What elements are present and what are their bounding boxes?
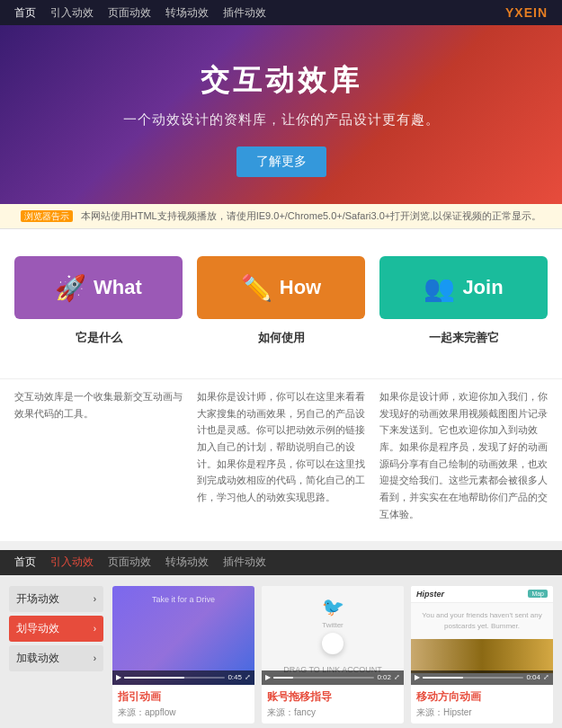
nav-intro[interactable]: 引入动效	[50, 5, 94, 21]
nav-home[interactable]: 首页	[14, 5, 36, 21]
feature-join-icon-box: 👥 Join	[379, 256, 548, 319]
hipster-logo: Hipster	[416, 590, 444, 599]
hipster-body: You and your friends haven't sent any po…	[411, 603, 553, 639]
expand-icon[interactable]: ⤢	[245, 673, 251, 681]
hero-subtitle: 一个动效设计的资料库，让你的产品设计更有趣。	[18, 111, 544, 129]
nav-plugin[interactable]: 插件动效	[223, 5, 266, 21]
section-nav: 首页 引入动效 页面动效 转场动效 插件动效	[0, 550, 562, 575]
edit-icon: ✏️	[241, 273, 272, 303]
feature-what-desc: 交互动效库是一个收集最新交互动画与效果代码的工具。	[14, 388, 183, 422]
feature-how-icon-box: ✏️ How	[197, 256, 365, 319]
nav2-home[interactable]: 首页	[14, 555, 36, 570]
twitter-bird-icon: 🐦	[322, 596, 344, 617]
feature-what-title: 它是什么	[14, 330, 183, 346]
feature-what-label: What	[94, 276, 142, 299]
feature-what-text: 交互动效库是一个收集最新交互动画与效果代码的工具。	[14, 388, 183, 523]
gallery-section: 开场动效 › 划导动效 › 加载动效 › Take it for a Drive…	[0, 575, 562, 729]
feature-join: 👥 Join 一起来完善它	[379, 256, 548, 351]
hero-title: 交互动效库	[18, 61, 544, 101]
arrow-icon: ›	[94, 653, 96, 663]
twitter-text: Twitter	[322, 621, 343, 629]
nav2-trans[interactable]: 转场动效	[165, 555, 209, 570]
site-logo: YXEIN	[505, 5, 548, 20]
notice-bar: 浏览器告示 本网站使用HTML支持视频播放，请使用IE9.0+/Chrome5.…	[0, 204, 562, 229]
card-appflow: Take it for a Drive ▶ 0:45 ⤢ 指引动画 来源：app…	[112, 586, 254, 724]
feature-how: ✏️ How 如何使用	[197, 256, 365, 351]
sidebar-swipe-btn[interactable]: 划导动效 ›	[9, 616, 103, 642]
feature-how-desc: 如果你是设计师，你可以在这里来看看大家搜集的动画效果，另自己的产品设计也是灵感。…	[197, 388, 365, 506]
card-appflow-source: 来源：appflow	[118, 706, 249, 719]
features-text: 交互动效库是一个收集最新交互动画与效果代码的工具。 如果你是设计师，你可以在这里…	[0, 378, 562, 541]
nav-trans[interactable]: 转场动效	[165, 5, 209, 21]
card-hipster-source: 来源：Hipster	[416, 706, 548, 719]
features-section: 🚀 What 它是什么 ✏️ How 如何使用 👥 Join 一起来完善它	[0, 229, 562, 378]
feature-join-desc: 如果你是设计师，欢迎你加入我们，你发现好的动画效果用视频截图图片记录下来发送到。…	[379, 388, 548, 523]
time-label: 0:45	[227, 673, 242, 681]
card-fancy-source: 来源：fancy	[267, 706, 398, 719]
expand-icon[interactable]: ⤢	[543, 673, 549, 681]
card-fancy: 🐦 Twitter DRAG TO LINK ACCOUNT ▶ 0:02 ⤢ …	[262, 586, 404, 724]
card-hipster-title: 移动方向动画	[416, 689, 548, 705]
feature-what-icon-box: 🚀 What	[14, 256, 183, 319]
nav2-intro[interactable]: 引入动效	[50, 555, 94, 570]
play-icon[interactable]: ▶	[265, 673, 271, 681]
time-label: 0:02	[377, 673, 391, 681]
feature-how-text: 如果你是设计师，你可以在这里来看看大家搜集的动画效果，另自己的产品设计也是灵感。…	[197, 388, 365, 523]
card-fancy-title: 账号拖移指导	[267, 689, 398, 705]
cards-grid: Take it for a Drive ▶ 0:45 ⤢ 指引动画 来源：app…	[112, 586, 553, 729]
hero-section: 交互动效库 一个动效设计的资料库，让你的产品设计更有趣。 了解更多	[0, 25, 562, 204]
card-fancy-thumb: 🐦 Twitter DRAG TO LINK ACCOUNT ▶ 0:02 ⤢	[262, 586, 404, 685]
arrow-icon: ›	[94, 624, 96, 634]
arrow-icon: ›	[94, 594, 96, 604]
sidebar: 开场动效 › 划导动效 › 加载动效 ›	[9, 586, 103, 729]
card-hipster-thumb: Hipster Map You and your friends haven't…	[411, 586, 553, 685]
card-hipster: Hipster Map You and your friends haven't…	[411, 586, 553, 724]
notice-tag: 浏览器告示	[21, 210, 73, 222]
top-nav: 首页 引入动效 页面动效 转场动效 插件动效 YXEIN	[0, 0, 562, 25]
feature-how-label: How	[280, 276, 321, 299]
notice-text: 本网站使用HTML支持视频播放，请使用IE9.0+/Chrome5.0+/Saf…	[81, 210, 542, 221]
sidebar-load-btn[interactable]: 加载动效 ›	[9, 645, 103, 671]
feature-how-title: 如何使用	[197, 330, 365, 346]
map-btn[interactable]: Map	[528, 590, 548, 598]
play-icon[interactable]: ▶	[415, 673, 420, 681]
learn-more-button[interactable]: 了解更多	[236, 146, 326, 177]
expand-icon[interactable]: ⤢	[394, 673, 400, 681]
play-icon[interactable]: ▶	[116, 673, 121, 681]
feature-what: 🚀 What 它是什么	[14, 256, 183, 351]
hipster-img	[411, 639, 553, 673]
users-icon: 👥	[424, 273, 455, 303]
sidebar-open-btn[interactable]: 开场动效 ›	[9, 586, 103, 612]
feature-join-label: Join	[462, 276, 503, 299]
nav2-page[interactable]: 页面动效	[108, 555, 151, 570]
nav-page[interactable]: 页面动效	[108, 5, 151, 21]
card-appflow-title: 指引动画	[118, 689, 249, 705]
feature-join-text: 如果你是设计师，欢迎你加入我们，你发现好的动画效果用视频截图图片记录下来发送到。…	[379, 388, 548, 523]
rocket-icon: 🚀	[55, 273, 86, 303]
card-appflow-thumb: Take it for a Drive ▶ 0:45 ⤢	[112, 586, 254, 685]
hipster-header: Hipster Map	[411, 586, 553, 603]
feature-join-title: 一起来完善它	[379, 330, 548, 346]
time-label: 0:04	[526, 673, 540, 681]
drag-handle	[322, 633, 343, 654]
nav2-plugin[interactable]: 插件动效	[223, 555, 266, 570]
